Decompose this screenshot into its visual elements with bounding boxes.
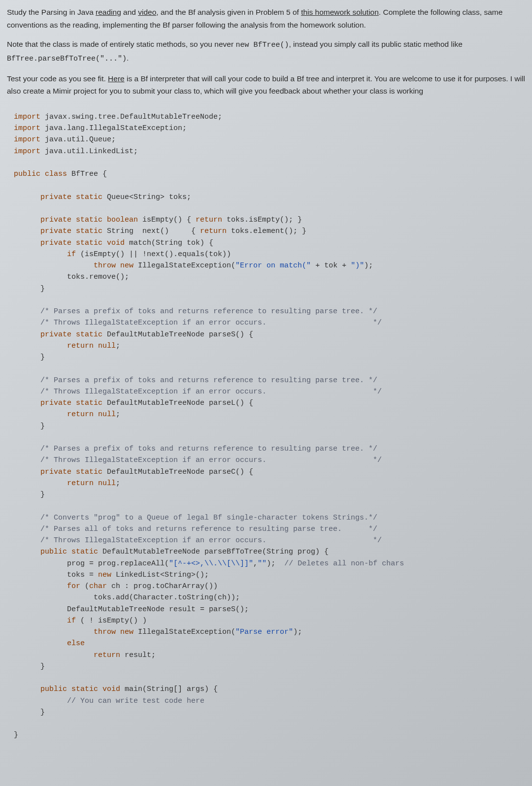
code-text: (isEmpty() || !next().equals(tok)) (76, 250, 231, 259)
keyword: private static void (14, 239, 129, 247)
code-text: ); (266, 559, 284, 568)
homework-link[interactable]: this homework solution (301, 8, 379, 16)
string: "Parse error" (235, 628, 293, 636)
keyword: public static (14, 548, 102, 556)
video-link[interactable]: video (138, 8, 156, 16)
text: . (127, 54, 129, 62)
code-text: javax.swing.tree.DefaultMutableTreeNode; (40, 113, 222, 121)
code-text: } (14, 491, 45, 499)
keyword: return (14, 342, 98, 350)
code-text: + tok + (311, 262, 351, 270)
code-text: toks.isEmpty(); } (222, 216, 302, 224)
keyword: return (14, 651, 125, 659)
code-text: DefaultMutableTreeNode parseL() { (107, 399, 253, 407)
code-text: java.util.LinkedList; (40, 147, 138, 156)
string: "Error on match(" (235, 262, 311, 270)
code-inline: BfTree.parseBfToTree("...") (7, 55, 127, 63)
keyword: char (89, 582, 111, 590)
keyword: private static (14, 227, 107, 235)
code-text: ; (116, 342, 120, 350)
here-link[interactable]: Here (108, 74, 125, 83)
reading-link[interactable]: reading (96, 8, 121, 16)
text: Study the Parsing in Java (7, 8, 96, 16)
code-text: } (14, 662, 45, 671)
code-text: main(String[] args) { (125, 685, 218, 693)
keyword: for (14, 582, 85, 590)
code-text: } (14, 353, 45, 361)
keyword: if (14, 617, 80, 625)
keyword: if (14, 250, 76, 259)
keyword: return (14, 479, 98, 488)
string: "" (258, 559, 266, 568)
keyword: import (14, 147, 40, 156)
keyword: throw new (14, 262, 138, 270)
keyword: return (196, 216, 222, 224)
code-text: java.util.Queue; (40, 135, 116, 144)
instruction-paragraph-1: Study the Parsing in Java reading and vi… (7, 6, 525, 31)
keyword: return (200, 227, 227, 235)
code-text: ; (116, 410, 120, 419)
code-text: LinkedList<String>(); (116, 571, 209, 579)
code-text: ); (293, 628, 302, 636)
comment: /* Converts "prog" to a Queue of legal B… (14, 514, 377, 522)
comment: /* Throws IllegalStateException if an er… (14, 456, 382, 464)
class-name: BfTree (71, 170, 98, 178)
code-text: } (14, 731, 18, 739)
text: and (121, 8, 138, 16)
text: , and the Bf analysis given in Problem 5… (156, 8, 301, 16)
code-text: ); (364, 262, 373, 270)
comment: /* Parses a prefix of toks and returns r… (14, 445, 377, 453)
code-text: ch : prog.toCharArray()) (111, 582, 218, 590)
code-text: } (14, 708, 45, 717)
comment: // You can write test code here (14, 697, 204, 705)
keyword: public static void (14, 685, 125, 693)
comment: /* Throws IllegalStateException if an er… (14, 319, 382, 327)
keyword: new (98, 571, 116, 579)
comment: /* Throws IllegalStateException if an er… (14, 388, 382, 396)
keyword: import (14, 135, 40, 144)
code-text: prog = prog.replaceAll( (14, 559, 169, 568)
keyword: public class (14, 170, 71, 178)
code-text: } (14, 285, 45, 293)
instructions-block: Study the Parsing in Java reading and vi… (0, 0, 532, 106)
code-text: , (253, 559, 258, 568)
keyword: throw new (14, 628, 138, 636)
instruction-paragraph-2: Note that the class is made of entirely … (7, 38, 525, 66)
keyword: import (14, 113, 40, 121)
code-text: Queue<String> toks; (107, 193, 191, 201)
keyword: private static (14, 399, 107, 407)
code-text: toks.element(); } (227, 227, 306, 235)
keyword: return (14, 410, 98, 419)
code-text: toks.remove(); (14, 273, 129, 281)
code-text: IllegalStateException( (138, 628, 235, 636)
code-block: import javax.swing.tree.DefaultMutableTr… (0, 106, 532, 751)
text: Note that the class is made of entirely … (7, 40, 235, 48)
code-text: toks.add(Character.toString(ch)); (14, 593, 240, 602)
code-text: ( ! isEmpty() ) (80, 617, 147, 625)
keyword: import (14, 124, 40, 132)
keyword: null (98, 479, 116, 488)
code-text: ; (116, 479, 120, 488)
code-text: result; (125, 651, 156, 659)
code-text: { (98, 170, 107, 178)
keyword: else (14, 639, 85, 648)
string: ")" (351, 262, 364, 270)
code-text: String next() { (107, 227, 200, 235)
code-inline: new BfTree() (235, 41, 289, 49)
code-text: java.lang.IllegalStateException; (40, 124, 187, 132)
comment: /* Throws IllegalStateException if an er… (14, 536, 382, 545)
code-text: isEmpty() { (142, 216, 196, 224)
text: , instead you simply call its public sta… (289, 40, 462, 48)
code-text: IllegalStateException( (138, 262, 235, 270)
code-text: DefaultMutableTreeNode parseC() { (107, 468, 253, 476)
instruction-paragraph-3: Test your code as you see fit. Here is a… (7, 72, 525, 98)
keyword: private static (14, 468, 107, 476)
code-text: } (14, 422, 45, 430)
comment: /* Parses a prefix of toks and returns r… (14, 307, 377, 316)
code-text: DefaultMutableTreeNode parseBfToTree(Str… (102, 548, 329, 556)
code-text: ( (85, 582, 89, 590)
keyword: null (98, 342, 116, 350)
code-text: DefaultMutableTreeNode result = parseS()… (14, 605, 249, 614)
comment: /* Parses a prefix of toks and returns r… (14, 376, 377, 385)
code-text: match(String tok) { (129, 239, 213, 247)
